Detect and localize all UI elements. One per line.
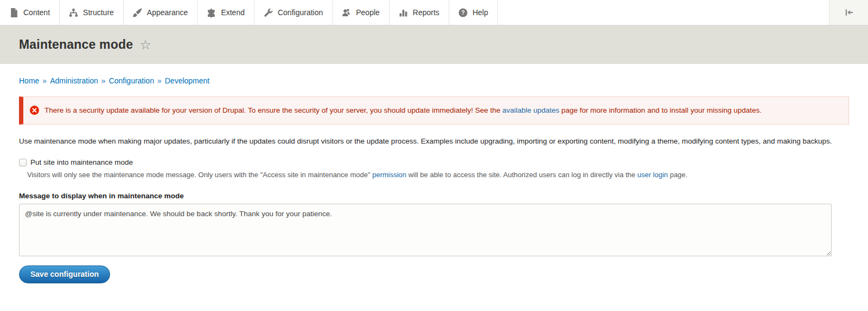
toolbar-item-content[interactable]: Content (0, 0, 60, 25)
maintenance-message-textarea[interactable]: @site is currently under maintenance. We… (19, 204, 832, 256)
maintenance-mode-checkbox-label[interactable]: Put site into maintenance mode (30, 158, 133, 166)
admin-toolbar: Content Structure Appearance Extend Conf… (0, 0, 868, 25)
save-configuration-button[interactable]: Save configuration (19, 265, 110, 283)
people-icon (342, 8, 351, 17)
toolbar-item-label: Extend (221, 8, 245, 17)
breadcrumb-separator: » (101, 76, 106, 85)
sitemap-icon (69, 8, 78, 17)
toolbar-item-help[interactable]: ? Help (449, 0, 498, 25)
help-icon: ? (458, 8, 468, 17)
toolbar-item-label: Configuration (278, 8, 323, 17)
user-login-link[interactable]: user login (637, 171, 668, 179)
error-message-text: There is a security update available for… (44, 105, 762, 116)
page-header: Maintenance mode ☆ (0, 25, 868, 64)
breadcrumb: Home»Administration»Configuration»Develo… (0, 64, 868, 93)
toolbar-item-appearance[interactable]: Appearance (124, 0, 198, 25)
permission-link[interactable]: permission (372, 171, 406, 179)
toolbar-spacer (498, 0, 829, 25)
toolbar-item-people[interactable]: People (333, 0, 390, 25)
toolbar-item-label: People (356, 8, 380, 17)
paintbrush-icon (133, 8, 142, 17)
error-circle-x-icon (30, 106, 39, 115)
shortcut-star-icon[interactable]: ☆ (139, 38, 151, 51)
available-updates-link[interactable]: available updates (502, 106, 559, 114)
toolbar-orientation-toggle[interactable] (829, 0, 868, 25)
maintenance-mode-checkbox-help: Visitors will only see the maintenance m… (27, 170, 849, 180)
toolbar-item-label: Appearance (147, 8, 188, 17)
toolbar-item-label: Content (23, 8, 50, 17)
breadcrumb-link-configuration[interactable]: Configuration (109, 76, 154, 85)
breadcrumb-link-home[interactable]: Home (19, 76, 39, 85)
toolbar-item-label: Help (473, 8, 488, 17)
svg-text:?: ? (461, 9, 464, 16)
page-title: Maintenance mode (19, 37, 133, 52)
toolbar-item-structure[interactable]: Structure (60, 0, 124, 25)
toolbar-item-extend[interactable]: Extend (197, 0, 254, 25)
message-field-label: Message to display when in maintenance m… (19, 192, 849, 200)
breadcrumb-separator: » (157, 76, 162, 85)
breadcrumb-link-administration[interactable]: Administration (50, 76, 98, 85)
maintenance-mode-checkbox-row: Put site into maintenance mode (19, 158, 849, 166)
collapse-left-icon (844, 8, 854, 17)
maintenance-mode-description: Use maintenance mode when making major u… (19, 135, 849, 147)
toolbar-item-label: Structure (83, 8, 114, 17)
breadcrumb-separator: » (42, 76, 47, 85)
error-message: There is a security update available for… (19, 96, 849, 125)
toolbar-item-label: Reports (413, 8, 439, 17)
puzzle-icon (207, 8, 216, 17)
breadcrumb-link-development[interactable]: Development (165, 76, 210, 85)
wrench-icon (264, 8, 273, 17)
maintenance-mode-checkbox[interactable] (19, 159, 27, 166)
bar-chart-icon (399, 8, 408, 17)
file-icon (9, 8, 18, 17)
toolbar-item-reports[interactable]: Reports (390, 0, 449, 25)
toolbar-item-configuration[interactable]: Configuration (254, 0, 333, 25)
